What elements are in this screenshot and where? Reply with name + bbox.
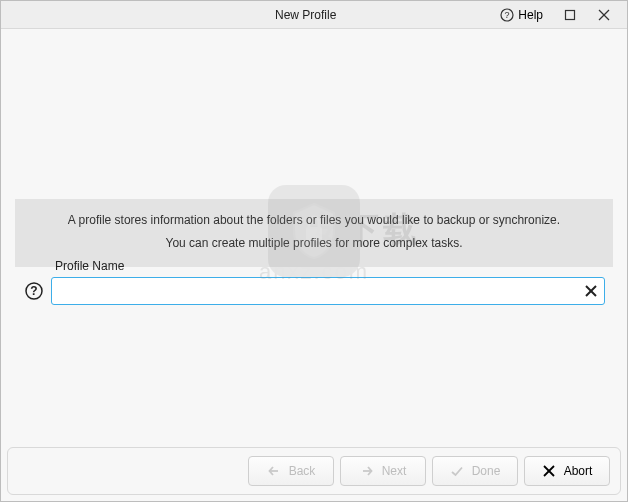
field-help-button[interactable]: ? [23, 280, 45, 302]
clear-input-button[interactable] [581, 281, 601, 301]
help-label: Help [518, 8, 543, 22]
back-label: Back [289, 464, 316, 478]
titlebar: New Profile ? Help [1, 1, 627, 29]
next-button[interactable]: Next [340, 456, 426, 486]
done-label: Done [472, 464, 501, 478]
x-icon [584, 284, 598, 298]
content-area: A profile stores information about the f… [1, 29, 627, 441]
svg-rect-2 [566, 10, 575, 19]
footer-button-bar: Back Next Done Abort [7, 447, 621, 495]
info-text-1: A profile stores information about the f… [35, 209, 593, 232]
svg-text:?: ? [30, 284, 37, 298]
close-window-button[interactable] [587, 2, 621, 28]
profile-name-input-wrap [51, 277, 605, 305]
window-title: New Profile [121, 8, 490, 22]
maximize-button[interactable] [553, 2, 587, 28]
help-button[interactable]: ? Help [490, 8, 553, 22]
done-button[interactable]: Done [432, 456, 518, 486]
back-button[interactable]: Back [248, 456, 334, 486]
arrow-right-icon [360, 464, 374, 478]
profile-name-label: Profile Name [55, 259, 124, 273]
next-label: Next [382, 464, 407, 478]
info-strip: A profile stores information about the f… [15, 199, 613, 267]
new-profile-window: New Profile ? Help [0, 0, 628, 502]
abort-label: Abort [564, 464, 593, 478]
x-icon [542, 464, 556, 478]
info-text-2: You can create multiple profiles for mor… [35, 232, 593, 255]
profile-name-row: ? [23, 277, 605, 305]
check-icon [450, 464, 464, 478]
arrow-left-icon [267, 464, 281, 478]
titlebar-controls: ? Help [490, 2, 621, 28]
maximize-icon [564, 9, 576, 21]
question-icon: ? [25, 282, 43, 300]
profile-name-input[interactable] [51, 277, 605, 305]
abort-button[interactable]: Abort [524, 456, 610, 486]
close-icon [598, 9, 610, 21]
svg-text:?: ? [505, 10, 510, 20]
help-icon: ? [500, 8, 514, 22]
